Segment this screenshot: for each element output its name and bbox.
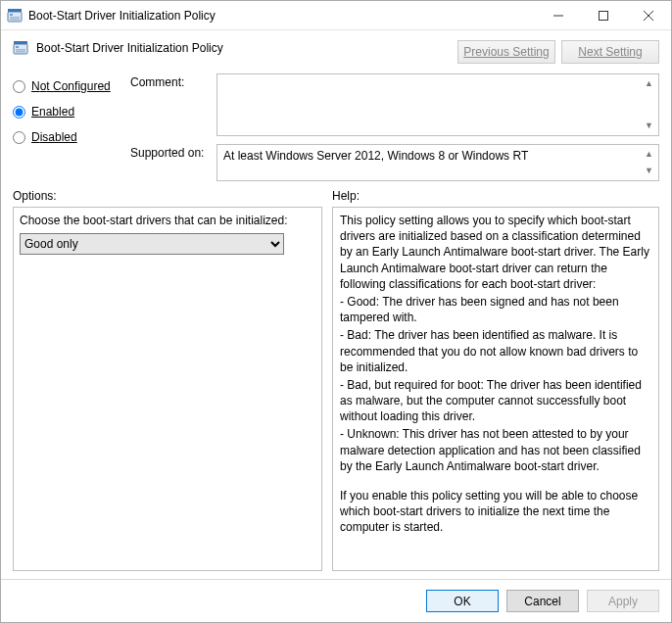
svg-rect-13 — [16, 51, 25, 53]
help-text: - Bad: The driver has been identified as… — [340, 327, 653, 375]
ok-button[interactable]: OK — [426, 590, 499, 612]
svg-rect-12 — [16, 49, 25, 51]
driver-class-select[interactable]: Good only — [20, 233, 284, 255]
svg-rect-3 — [10, 17, 20, 19]
lower-area: Choose the boot-start drivers that can b… — [1, 207, 671, 579]
help-text: - Good: The driver has been signed and h… — [340, 294, 653, 325]
svg-rect-1 — [8, 9, 22, 12]
supported-scrollbar[interactable]: ▲ ▼ — [641, 146, 657, 179]
svg-rect-2 — [10, 14, 13, 16]
comment-scrollbar[interactable]: ▲ ▼ — [641, 75, 657, 134]
options-label: Options: — [13, 189, 332, 203]
svg-rect-10 — [14, 41, 27, 44]
scroll-up-icon: ▲ — [641, 75, 657, 92]
policy-icon — [13, 40, 28, 56]
titlebar: Boot-Start Driver Initialization Policy — [1, 1, 671, 30]
apply-button[interactable]: Apply — [587, 590, 659, 612]
help-text: If you enable this policy setting you wi… — [340, 488, 653, 536]
not-configured-radio[interactable] — [13, 80, 25, 93]
policy-editor-window: Boot-Start Driver Initialization Policy … — [0, 0, 672, 623]
svg-rect-4 — [10, 19, 20, 21]
scroll-down-icon: ▼ — [641, 118, 657, 134]
comment-textarea[interactable]: ▲ ▼ — [216, 73, 659, 136]
close-button[interactable] — [626, 1, 671, 29]
cancel-button[interactable]: Cancel — [506, 590, 579, 612]
footer: OK Cancel Apply — [1, 579, 671, 622]
not-configured-label[interactable]: Not Configured — [31, 79, 111, 93]
help-text: This policy setting allows you to specif… — [340, 213, 653, 292]
window-title: Boot-Start Driver Initialization Policy — [28, 9, 536, 23]
section-labels: Options: Help: — [1, 181, 671, 207]
enabled-label[interactable]: Enabled — [31, 105, 74, 119]
help-label: Help: — [332, 189, 360, 203]
window-controls — [536, 1, 671, 29]
comment-value — [217, 74, 658, 82]
enabled-radio[interactable] — [13, 106, 25, 119]
maximize-button[interactable] — [581, 1, 626, 29]
svg-rect-6 — [600, 11, 608, 20]
header: Boot-Start Driver Initialization Policy … — [1, 30, 671, 64]
disabled-label[interactable]: Disabled — [31, 130, 77, 144]
help-pane: This policy setting allows you to specif… — [332, 207, 659, 571]
close-icon — [644, 11, 653, 21]
scroll-up-icon: ▲ — [641, 146, 657, 163]
comment-label: Comment: — [130, 73, 216, 89]
next-setting-button[interactable]: Next Setting — [561, 40, 659, 64]
supported-on-value: At least Windows Server 2012, Windows 8 … — [217, 145, 658, 167]
svg-rect-11 — [16, 46, 19, 48]
supported-on-label: Supported on: — [130, 144, 216, 160]
disabled-radio[interactable] — [13, 131, 25, 144]
help-scroll[interactable]: This policy setting allows you to specif… — [334, 209, 657, 569]
supported-on-box: At least Windows Server 2012, Windows 8 … — [216, 144, 659, 181]
options-pane: Choose the boot-start drivers that can b… — [13, 207, 322, 571]
maximize-icon — [599, 11, 608, 21]
state-radiogroup: Not Configured Enabled Disabled — [13, 73, 130, 181]
scroll-down-icon: ▼ — [641, 163, 657, 179]
previous-setting-button[interactable]: Previous Setting — [457, 40, 555, 64]
upper-area: Not Configured Enabled Disabled Comment:… — [1, 64, 671, 181]
policy-name: Boot-Start Driver Initialization Policy — [36, 41, 223, 55]
minimize-button[interactable] — [536, 1, 581, 29]
policy-icon — [7, 8, 23, 24]
help-text: - Unknown: This driver has not been atte… — [340, 426, 653, 474]
minimize-icon — [553, 11, 563, 21]
help-text: - Bad, but required for boot: The driver… — [340, 377, 653, 425]
options-prompt: Choose the boot-start drivers that can b… — [20, 214, 317, 227]
